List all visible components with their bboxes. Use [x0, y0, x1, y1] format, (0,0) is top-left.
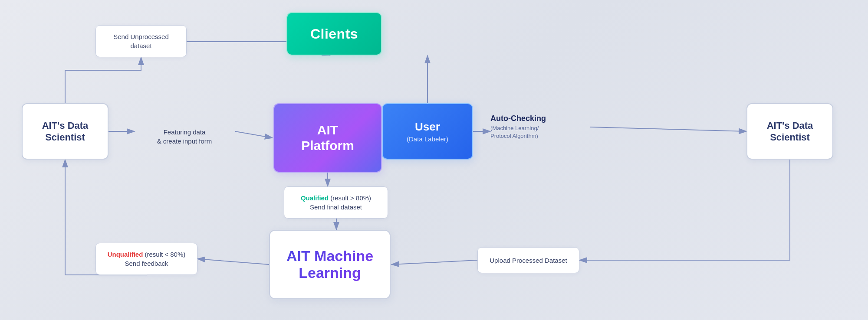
ait-platform-box: AITPlatform [273, 103, 382, 173]
unqualified-condition: (result < 80%) [143, 251, 185, 258]
qualified-action: Send final dataset [310, 202, 362, 212]
user-subtitle: (Data Labeler) [407, 135, 448, 143]
ait-ml-box: AIT MachineLearning [269, 230, 391, 299]
clients-label: Clients [310, 26, 358, 42]
qualified-box: Qualified (result > 80%) Send final data… [284, 186, 388, 219]
unqualified-label: Unqualified (result < 80%) [108, 250, 186, 259]
upload-processed-label: Upload Processed Dataset [490, 256, 567, 265]
unqualified-box: Unqualified (result < 80%) Send feedback [95, 243, 197, 275]
qualified-label: Qualified (result > 80%) [301, 193, 371, 202]
data-scientist-right-box: AIT's DataScientist [746, 103, 833, 160]
clients-box: Clients [286, 12, 382, 56]
data-scientist-left-box: AIT's DataScientist [22, 103, 108, 160]
unqualified-action: Send feedback [125, 259, 168, 268]
ait-platform-label: AITPlatform [301, 122, 354, 153]
user-box: User (Data Labeler) [382, 103, 473, 160]
auto-checking-subtitle: (Machine Learning/Protocol Algorithm) [490, 124, 539, 140]
ait-ml-label: AIT MachineLearning [286, 248, 373, 281]
upload-processed-box: Upload Processed Dataset [477, 247, 579, 273]
auto-checking-box: Auto-Checking (Machine Learning/Protocol… [490, 108, 590, 147]
unqualified-keyword: Unqualified [108, 251, 143, 258]
data-scientist-left-label: AIT's DataScientist [42, 120, 89, 144]
auto-checking-title: Auto-Checking [490, 114, 546, 123]
data-scientist-right-label: AIT's DataScientist [767, 120, 813, 144]
qualified-condition: (result > 80%) [329, 194, 371, 202]
send-unprocessed-box: Send Unprocesseddataset [95, 25, 187, 57]
featuring-data-label: Featuring data& create input form [157, 127, 212, 146]
featuring-data-box: Featuring data& create input form [135, 124, 234, 150]
user-title: User [407, 120, 448, 134]
send-unprocessed-label: Send Unprocesseddataset [113, 32, 169, 50]
qualified-keyword: Qualified [301, 194, 329, 202]
diagram: Clients AITPlatform User (Data Labeler) … [0, 0, 868, 320]
